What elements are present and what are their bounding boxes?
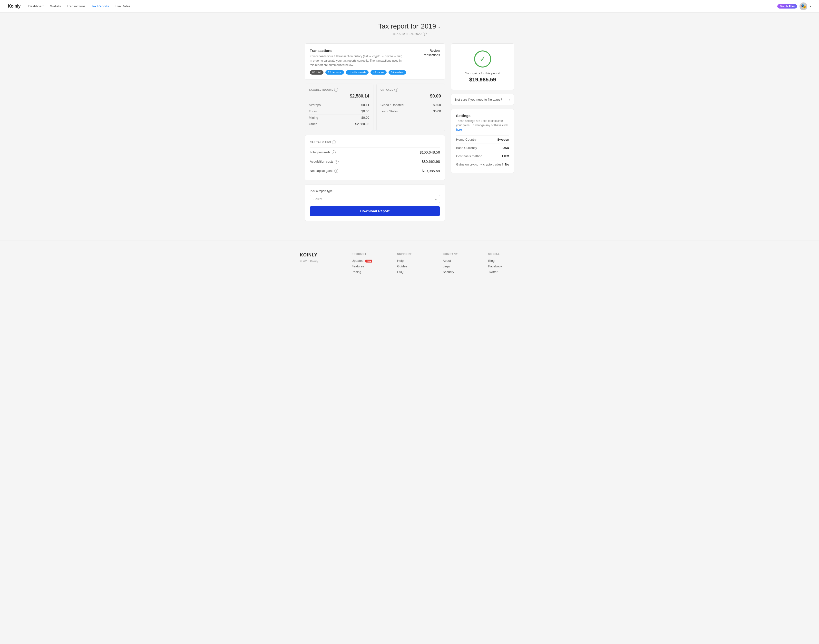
cg-line-acquisition: Acquisition costs i $80,662.98	[310, 157, 440, 166]
income-line-other: Other $2,580.03	[309, 121, 369, 127]
tag-trades[interactable]: 48 trades	[371, 70, 386, 75]
footer-inner: KOINLY © 2018 Koinly PRODUCT Updates new…	[300, 253, 519, 276]
page-subtitle: 1/1/2019 to 1/1/2020 i	[305, 32, 514, 35]
footer-col-support: SUPPORT Help Guides FAQ	[397, 253, 428, 276]
footer-brand-name: KOINLY	[300, 253, 337, 258]
settings-base-currency: Base Currency USD	[456, 144, 509, 152]
tag-withdrawals[interactable]: 14 withdrawals	[346, 70, 368, 75]
tax-question-chevron-icon: ›	[509, 98, 510, 101]
income-line-mining: Mining $0.00	[309, 114, 369, 121]
settings-crypto-trades: Gains on crypto → crypto trades? No	[456, 160, 509, 169]
footer-link-pricing[interactable]: Pricing	[351, 270, 382, 274]
footer-link-blog[interactable]: Blog	[488, 259, 519, 262]
tag-deposits[interactable]: 22 deposits	[325, 70, 344, 75]
taxable-income-total: $2,580.14	[309, 94, 369, 99]
avatar[interactable]: 🎭	[799, 2, 807, 10]
navbar: Koinly Dashboard Wallets Transactions Ta…	[0, 0, 819, 13]
untaxed-line-lost: Lost / Stolen $0.00	[380, 108, 441, 114]
tax-question-card[interactable]: Not sure if you need to file taxes? ›	[451, 94, 514, 105]
download-card: Pick a report type Select... ⌄ Download …	[305, 184, 445, 221]
untaxed-line-gifted: Gifted / Donated $0.00	[380, 102, 441, 108]
report-type-select[interactable]: Select...	[310, 195, 440, 203]
navbar-right: Oracle Plan 🎭 ▾	[777, 2, 811, 10]
taxable-income-box: TAXABLE INCOME i $2,580.14 Airdrops $0.1…	[305, 84, 373, 131]
footer-link-help[interactable]: Help	[397, 259, 428, 262]
nav-tax-reports[interactable]: Tax Reports	[91, 5, 109, 8]
net-gains-info-icon[interactable]: i	[334, 169, 338, 173]
subtitle-info-icon[interactable]: i	[423, 32, 426, 35]
footer-link-legal[interactable]: Legal	[443, 264, 474, 268]
footer-link-updates[interactable]: Updates new	[351, 259, 382, 262]
footer-copyright: © 2018 Koinly	[300, 260, 337, 263]
pick-report-label: Pick a report type	[310, 189, 440, 193]
untaxed-total: $0.00	[380, 94, 441, 99]
settings-here-link[interactable]: here	[456, 128, 462, 131]
proceeds-label: Total proceeds i	[310, 150, 336, 154]
nav-links: Dashboard Wallets Transactions Tax Repor…	[28, 5, 777, 8]
footer-col-social: SOCIAL Blog Facebook Twitter	[488, 253, 519, 276]
untaxed-info-icon[interactable]: i	[394, 88, 398, 92]
footer-link-about[interactable]: About	[443, 259, 474, 262]
gains-period-label: Your gains for this period	[456, 71, 509, 75]
tag-transfers[interactable]: 0 transfers	[388, 70, 406, 75]
main-content: Tax report for 2019 ⌄ 1/1/2019 to 1/1/20…	[300, 13, 519, 241]
year-chevron-icon: ⌄	[437, 24, 441, 29]
capital-gains-card: CAPITAL GAINS i Total proceeds i $100,64…	[305, 135, 445, 180]
brand-logo[interactable]: Koinly	[8, 4, 20, 9]
transactions-description: Koinly needs your full transaction histo…	[310, 54, 402, 67]
page-title: Tax report for 2019 ⌄	[305, 22, 514, 30]
plan-badge[interactable]: Oracle Plan	[777, 4, 797, 9]
checkmark-icon: ✓	[480, 54, 486, 64]
footer-link-guides[interactable]: Guides	[397, 264, 428, 268]
footer-link-security[interactable]: Security	[443, 270, 474, 274]
proceeds-value: $100,648.56	[420, 150, 440, 154]
footer-link-features[interactable]: Features	[351, 264, 382, 268]
net-gains-value: $19,985.59	[422, 169, 440, 173]
net-gains-label: Net capital gains i	[310, 169, 338, 173]
settings-title: Settings	[456, 113, 509, 118]
transactions-info: Transactions Koinly needs your full tran…	[310, 49, 402, 67]
proceeds-info-icon[interactable]: i	[332, 150, 336, 154]
capital-gains-label: CAPITAL GAINS i	[310, 140, 440, 144]
taxable-income-info-icon[interactable]: i	[334, 88, 338, 92]
tags-row: 84 total 22 deposits 14 withdrawals 48 t…	[310, 70, 440, 75]
untaxed-box: UNTAXED i $0.00 Gifted / Donated $0.00 L…	[376, 84, 445, 131]
settings-cost-basis: Cost basis method LIFO	[456, 152, 509, 160]
nav-dashboard[interactable]: Dashboard	[28, 5, 44, 8]
untaxed-label: UNTAXED i	[380, 88, 441, 92]
settings-card: Settings These settings are used to calc…	[451, 109, 514, 173]
download-report-button[interactable]: Download Report	[310, 206, 440, 216]
footer-support-title: SUPPORT	[397, 253, 428, 256]
tag-total[interactable]: 84 total	[310, 70, 324, 75]
taxable-income-label: TAXABLE INCOME i	[309, 88, 369, 92]
footer-brand: KOINLY © 2018 Koinly	[300, 253, 337, 276]
transactions-card: Transactions Koinly needs your full tran…	[305, 43, 445, 80]
footer-link-faq[interactable]: FAQ	[397, 270, 428, 274]
gains-card: ✓ Your gains for this period $19,985.59	[451, 43, 514, 90]
user-dropdown-chevron[interactable]: ▾	[810, 5, 811, 8]
tax-question-text: Not sure if you need to file taxes?	[455, 98, 502, 101]
year-value: 2019	[421, 22, 436, 30]
footer-col-company: COMPANY About Legal Security	[443, 253, 474, 276]
nav-wallets[interactable]: Wallets	[50, 5, 61, 8]
title-prefix: Tax report for	[378, 22, 419, 30]
transactions-header: Transactions Koinly needs your full tran…	[310, 49, 440, 67]
capital-gains-info-icon[interactable]: i	[332, 140, 336, 144]
footer-company-title: COMPANY	[443, 253, 474, 256]
cg-line-proceeds: Total proceeds i $100,648.56	[310, 147, 440, 157]
footer-link-facebook[interactable]: Facebook	[488, 264, 519, 268]
review-transactions-button[interactable]: Review Transactions	[422, 49, 440, 57]
footer-link-twitter[interactable]: Twitter	[488, 270, 519, 274]
left-panel: Transactions Koinly needs your full tran…	[305, 43, 445, 221]
acquisition-info-icon[interactable]: i	[335, 159, 339, 164]
year-selector[interactable]: 2019 ⌄	[421, 22, 441, 30]
nav-live-rates[interactable]: Live Rates	[115, 5, 130, 8]
gains-value: $19,985.59	[456, 77, 509, 83]
nav-transactions[interactable]: Transactions	[67, 5, 86, 8]
income-line-airdrops: Airdrops $0.11	[309, 102, 369, 108]
income-untaxed-row: TAXABLE INCOME i $2,580.14 Airdrops $0.1…	[305, 84, 445, 131]
income-line-forks: Forks $0.00	[309, 108, 369, 114]
footer: KOINLY © 2018 Koinly PRODUCT Updates new…	[0, 241, 819, 285]
cg-line-net: Net capital gains i $19,985.59	[310, 166, 440, 175]
right-panel: ✓ Your gains for this period $19,985.59 …	[451, 43, 514, 173]
